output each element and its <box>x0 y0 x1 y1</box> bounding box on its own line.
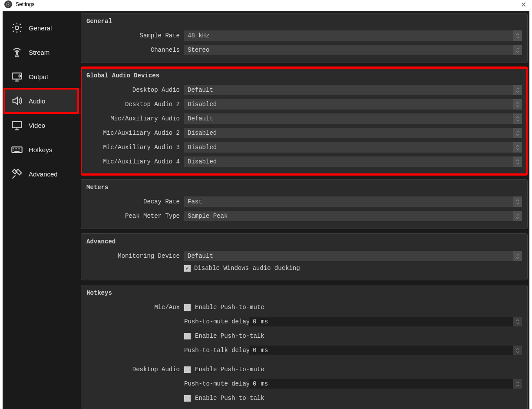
sidebar-item-stream[interactable]: Stream <box>4 40 78 64</box>
group-meters: Meters Decay Rate Fast Peak Meter Type S… <box>81 179 528 229</box>
desktop-audio-2-select[interactable]: Disabled <box>184 99 522 110</box>
settings-window: Settings ✕ General Stream <box>0 0 532 409</box>
tools-icon <box>10 168 23 180</box>
decay-rate-select[interactable]: Fast <box>184 196 522 207</box>
push-to-talk-label: Enable Push-to-talk <box>195 395 264 402</box>
peak-meter-select[interactable]: Sample Peak <box>184 211 522 221</box>
select-value: Default <box>188 253 213 259</box>
select-value: Disabled <box>188 101 217 108</box>
output-icon <box>10 70 23 83</box>
push-to-mute-label: Enable Push-to-mute <box>195 366 264 373</box>
sidebar-item-label: Advanced <box>29 170 58 178</box>
chevron-updown-icon <box>513 251 522 261</box>
mic-aux-audio-2-select[interactable]: Disabled <box>184 128 522 138</box>
select-value: Default <box>188 86 213 93</box>
chevron-updown-icon <box>513 45 522 55</box>
chevron-updown-icon <box>513 30 522 41</box>
sidebar-item-output[interactable]: Output <box>4 64 78 89</box>
chevron-updown-icon <box>513 156 522 167</box>
sample-rate-select[interactable]: 48 kHz <box>184 30 522 41</box>
monitoring-device-label: Monitoring Device <box>86 253 180 259</box>
antenna-icon <box>10 46 23 58</box>
monitoring-device-select[interactable]: Default <box>184 251 522 261</box>
desktop-push-to-talk-checkbox[interactable] <box>184 395 191 402</box>
select-value: Default <box>188 115 213 122</box>
select-value: Disabled <box>188 158 217 165</box>
disable-ducking-label: Disable Windows audio ducking <box>194 265 300 272</box>
micaux-label: Mic/Aux <box>86 304 180 311</box>
sidebar-item-audio[interactable]: Audio <box>4 89 78 113</box>
speaker-icon <box>10 95 23 107</box>
sample-rate-label: Sample Rate <box>86 32 180 39</box>
chevron-updown-icon <box>513 317 522 326</box>
unit-label: ms <box>261 318 268 325</box>
chevron-updown-icon <box>513 85 522 95</box>
unit-label: ms <box>261 380 268 387</box>
device-label: Desktop Audio 2 <box>86 101 180 108</box>
device-label: Mic/Auxiliary Audio 3 <box>86 144 180 151</box>
micaux-push-to-mute-delay-input[interactable]: 0 ms <box>249 317 522 326</box>
group-title: Meters <box>86 184 522 191</box>
mic-aux-audio-4-select[interactable]: Disabled <box>184 156 522 167</box>
push-to-mute-delay-label: Push-to-mute delay <box>184 318 245 325</box>
svg-point-1 <box>8 4 9 5</box>
chevron-updown-icon <box>513 196 522 207</box>
select-value: 48 kHz <box>188 32 209 39</box>
chevron-updown-icon <box>513 128 522 138</box>
push-to-mute-label: Enable Push-to-mute <box>195 304 264 311</box>
close-icon[interactable]: ✕ <box>519 0 528 9</box>
device-label: Mic/Auxiliary Audio 2 <box>86 130 180 136</box>
sidebar-item-hotkeys[interactable]: Hotkeys <box>4 137 78 162</box>
desktop-push-to-mute-checkbox[interactable] <box>184 366 191 373</box>
decay-rate-label: Decay Rate <box>86 198 180 205</box>
sidebar-item-label: General <box>29 24 52 32</box>
micaux-push-to-mute-checkbox[interactable] <box>184 304 191 311</box>
push-to-mute-delay-label: Push-to-mute delay <box>184 380 245 387</box>
sidebar: General Stream Output Audio <box>4 13 78 409</box>
sidebar-item-label: Output <box>29 73 48 80</box>
group-title: Advanced <box>86 238 522 245</box>
group-general: General Sample Rate 48 kHz Channels <box>81 13 528 63</box>
settings-main: General Sample Rate 48 kHz Channels <box>81 13 528 409</box>
channels-label: Channels <box>86 47 180 53</box>
peak-meter-label: Peak Meter Type <box>86 213 180 219</box>
titlebar: Settings ✕ <box>0 0 532 9</box>
select-value: Disabled <box>188 144 217 151</box>
mic-aux-audio-3-select[interactable]: Disabled <box>184 142 522 153</box>
device-label: Mic/Auxiliary Audio <box>86 115 180 122</box>
chevron-updown-icon <box>513 379 522 389</box>
gear-icon <box>10 22 23 34</box>
svg-point-2 <box>15 26 19 30</box>
sidebar-item-general[interactable]: General <box>4 16 78 40</box>
device-label: Desktop Audio <box>86 86 180 93</box>
desktop-audio-select[interactable]: Default <box>184 85 522 95</box>
desktop-push-to-mute-delay-input[interactable]: 0 ms <box>249 379 522 389</box>
micaux-push-to-talk-delay-input[interactable]: 0 ms <box>249 346 522 355</box>
select-value: Stereo <box>188 47 209 53</box>
sidebar-item-advanced[interactable]: Advanced <box>4 162 78 186</box>
app-logo-icon <box>4 0 12 8</box>
group-global-audio-devices: Global Audio Devices Desktop Audio Defau… <box>81 67 528 175</box>
monitor-icon <box>10 119 23 131</box>
chevron-updown-icon <box>513 99 522 110</box>
window-title: Settings <box>16 1 34 7</box>
select-value: Sample Peak <box>188 213 228 219</box>
group-title: General <box>86 18 522 25</box>
svg-rect-5 <box>13 122 22 128</box>
mic-aux-audio-select[interactable]: Default <box>184 113 522 124</box>
unit-label: ms <box>261 347 268 354</box>
push-to-talk-label: Enable Push-to-talk <box>195 333 264 339</box>
micaux-push-to-talk-checkbox[interactable] <box>184 333 191 339</box>
keyboard-icon <box>10 143 23 156</box>
sidebar-item-video[interactable]: Video <box>4 113 78 137</box>
disable-ducking-checkbox[interactable] <box>184 265 191 272</box>
chevron-updown-icon <box>513 211 522 221</box>
sidebar-item-label: Stream <box>29 49 50 56</box>
channels-select[interactable]: Stereo <box>184 45 522 55</box>
push-to-talk-delay-label: Push-to-talk delay <box>184 347 245 354</box>
sidebar-item-label: Video <box>29 122 45 129</box>
num-value: 0 <box>253 380 256 387</box>
group-advanced: Advanced Monitoring Device Default Disab… <box>81 233 528 280</box>
sidebar-item-label: Audio <box>29 97 45 105</box>
num-value: 0 <box>253 318 256 325</box>
